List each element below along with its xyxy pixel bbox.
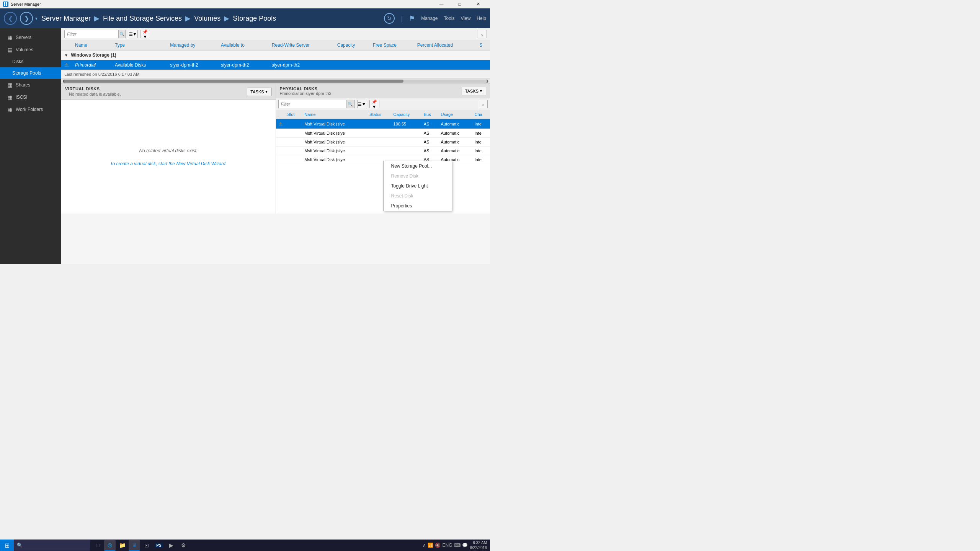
phys-th-bus[interactable]: Bus bbox=[421, 110, 439, 119]
phys-row[interactable]: ⚠ Msft Virtual Disk (siye 100.55 AS Auto… bbox=[276, 119, 490, 129]
phys-th-status[interactable]: Status bbox=[367, 110, 391, 119]
phys-row-bus: AS bbox=[421, 138, 439, 147]
th-managed-by[interactable]: Managed by bbox=[167, 40, 218, 51]
phys-pin-btn[interactable]: 📌▼ bbox=[369, 100, 379, 108]
phys-row-ch: Inte bbox=[472, 129, 490, 138]
phys-row-name: Msft Virtual Disk (siye bbox=[302, 119, 367, 129]
phys-th-ch[interactable]: Cha bbox=[472, 110, 490, 119]
minimize-button[interactable]: — bbox=[433, 0, 450, 8]
physical-disks-tasks-button[interactable]: TASKS ▼ bbox=[462, 87, 486, 95]
virtual-disks-panel: VIRTUAL DISKS No related data is availab… bbox=[61, 84, 276, 214]
phys-th-name[interactable]: Name bbox=[302, 110, 367, 119]
breadcrumb-pools: Storage Pools bbox=[233, 15, 276, 22]
close-button[interactable]: ✕ bbox=[469, 0, 487, 8]
storage-pools-filter-search[interactable]: 🔍 bbox=[118, 30, 125, 38]
th-type[interactable]: Type bbox=[112, 40, 167, 51]
phys-row-ch: Inte bbox=[472, 138, 490, 147]
virtual-disks-no-data: No related data is available. bbox=[65, 91, 125, 97]
toolbar-view-btn[interactable]: ☰▼ bbox=[128, 30, 138, 38]
sidebar-item-shares[interactable]: ▦ Shares bbox=[0, 79, 61, 91]
context-menu-toggle-drive-light[interactable]: Toggle Drive Light bbox=[384, 181, 452, 191]
sidebar-item-work-folders[interactable]: ▦ Work Folders bbox=[0, 103, 61, 116]
th-percent-allocated[interactable]: Percent Allocated bbox=[414, 40, 477, 51]
maximize-button[interactable]: □ bbox=[451, 0, 469, 8]
back-button[interactable]: ❮ bbox=[4, 12, 17, 25]
phys-expand-btn[interactable]: ⌄ bbox=[478, 100, 488, 108]
th-available-to[interactable]: Available to bbox=[218, 40, 269, 51]
phys-row-ch: Inte bbox=[472, 155, 490, 164]
phys-view-btn[interactable]: ☰▼ bbox=[357, 100, 367, 108]
phys-header-row: Slot Name Status Capacity Bus Usage Cha bbox=[276, 110, 490, 119]
th-capacity[interactable]: Capacity bbox=[334, 40, 370, 51]
forward-button[interactable]: ❯ bbox=[20, 12, 33, 25]
phys-row[interactable]: Msft Virtual Disk (siye AS Automatic Int… bbox=[276, 147, 490, 155]
scrollbar-thumb[interactable] bbox=[63, 80, 403, 83]
manage-button[interactable]: Manage bbox=[421, 16, 438, 21]
sidebar-label-iscsi: iSCSI bbox=[16, 95, 28, 100]
sidebar-item-volumes[interactable]: ▤ Volumes bbox=[0, 44, 61, 56]
phys-row[interactable]: Msft Virtual Disk (siye AS Automatic Int… bbox=[276, 129, 490, 138]
sidebar-item-servers[interactable]: ▦ Servers bbox=[0, 31, 61, 44]
virtual-disks-empty-area: No related virtual disks exist. To creat… bbox=[61, 100, 276, 214]
phys-row-usage: Automatic bbox=[438, 129, 472, 138]
refresh-button[interactable]: ↻ bbox=[384, 13, 395, 24]
sidebar-item-iscsi[interactable]: ▦ iSCSI bbox=[0, 91, 61, 103]
phys-th-warning bbox=[276, 110, 285, 119]
th-free-space[interactable]: Free Space bbox=[370, 40, 414, 51]
phys-row-slot bbox=[285, 119, 302, 129]
physical-disks-filter-search[interactable]: 🔍 bbox=[346, 100, 354, 108]
phys-row-name: Msft Virtual Disk (siye bbox=[302, 147, 367, 155]
phys-row-capacity bbox=[391, 147, 421, 155]
sidebar-label-work-folders: Work Folders bbox=[16, 107, 43, 112]
th-rw-server[interactable]: Read-Write Server bbox=[269, 40, 334, 51]
breadcrumb-service: File and Storage Services bbox=[103, 15, 182, 22]
scrollbar-right-arrow[interactable]: ❯ bbox=[485, 78, 490, 84]
warning-icon: ⚠ bbox=[64, 62, 69, 68]
nav-dropdown[interactable]: ▼ bbox=[34, 16, 38, 21]
th-name[interactable]: Name bbox=[72, 40, 112, 51]
phys-row[interactable]: Msft Virtual Disk (siye AS Automatic Int… bbox=[276, 138, 490, 147]
row-managed-by: siyer-dpm-th2 bbox=[167, 60, 218, 70]
toolbar-pin-btn[interactable]: 📌▼ bbox=[140, 30, 150, 38]
virtual-disks-tasks-button[interactable]: TASKS ▼ bbox=[247, 88, 271, 96]
storage-pools-section: 🔍 ☰▼ 📌▼ ⌄ Name Type Managed by Availabl bbox=[61, 28, 490, 83]
phys-row-warning: ⚠ bbox=[276, 119, 285, 129]
th-s[interactable]: S bbox=[476, 40, 490, 51]
phys-row-slot bbox=[285, 138, 302, 147]
breadcrumb-volumes: Volumes bbox=[194, 15, 220, 22]
title-bar: Server Manager — □ ✕ bbox=[0, 0, 490, 8]
scrollbar-left-arrow[interactable]: ❮ bbox=[61, 78, 67, 84]
physical-disks-header-left: PHYSICAL DISKS Primordial on siyer-dpm-t… bbox=[280, 86, 332, 96]
sidebar-item-storage-pools[interactable]: Storage Pools bbox=[0, 67, 61, 79]
virtual-disks-create-link[interactable]: To create a virtual disk, start the New … bbox=[110, 161, 227, 166]
tools-button[interactable]: Tools bbox=[444, 16, 455, 21]
view-button[interactable]: View bbox=[461, 16, 471, 21]
phys-row-ch: Inte bbox=[472, 147, 490, 155]
sidebar-item-disks[interactable]: Disks bbox=[0, 56, 61, 67]
storage-pools-table: Name Type Managed by Available to Read-W… bbox=[61, 40, 490, 70]
context-menu-new-storage-pool[interactable]: New Storage Pool... bbox=[384, 161, 452, 171]
storage-pools-filter-input[interactable] bbox=[65, 31, 118, 37]
row-s bbox=[476, 60, 490, 70]
title-bar-title: Server Manager bbox=[11, 2, 41, 7]
phys-th-slot[interactable]: Slot bbox=[285, 110, 302, 119]
help-button[interactable]: Help bbox=[477, 16, 486, 21]
toolbar-expand-btn[interactable]: ⌄ bbox=[477, 30, 487, 38]
virtual-disks-empty-content: No related virtual disks exist. To creat… bbox=[110, 147, 227, 167]
context-menu-properties[interactable]: Properties bbox=[384, 201, 452, 211]
physical-disks-filter-input[interactable] bbox=[279, 101, 346, 107]
group-arrow: ▼ bbox=[64, 53, 68, 57]
sidebar: ▦ Servers ▤ Volumes Disks Storage Pools … bbox=[0, 28, 61, 264]
phys-th-capacity[interactable]: Capacity bbox=[391, 110, 421, 119]
flag-icon[interactable]: ⚑ bbox=[409, 14, 415, 23]
physical-disks-panel: PHYSICAL DISKS Primordial on siyer-dpm-t… bbox=[276, 84, 490, 214]
scrollbar-area[interactable]: ❯ ❮ bbox=[61, 78, 490, 83]
table-row[interactable]: ⚠ Primordial Available Disks siyer-dpm-t… bbox=[61, 60, 490, 70]
phys-row-bus: AS bbox=[421, 119, 439, 129]
phys-th-usage[interactable]: Usage bbox=[438, 110, 472, 119]
shares-icon: ▦ bbox=[8, 82, 13, 88]
last-refreshed: Last refreshed on 8/22/2016 6:17:03 AM bbox=[61, 70, 490, 78]
context-menu: New Storage Pool... Remove Disk Toggle D… bbox=[383, 161, 452, 211]
phys-row-ch: Inte bbox=[472, 119, 490, 129]
phys-row-status bbox=[367, 138, 391, 147]
